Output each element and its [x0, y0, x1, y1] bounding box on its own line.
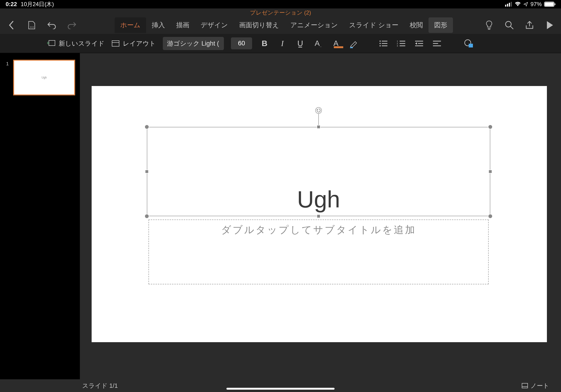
svg-rect-37 [522, 383, 528, 388]
shape-insert-button[interactable] [464, 38, 474, 49]
present-button[interactable] [545, 20, 555, 30]
cellular-icon [505, 2, 512, 7]
svg-point-21 [380, 45, 381, 46]
resize-handle-b[interactable] [317, 214, 320, 218]
tab-design[interactable]: デザイン [195, 17, 234, 33]
bullets-button[interactable] [378, 38, 389, 49]
undo-button[interactable] [46, 20, 57, 30]
svg-rect-12 [49, 40, 55, 46]
battery-icon [544, 2, 555, 7]
svg-line-11 [511, 27, 513, 29]
resize-handle-tl[interactable] [144, 125, 149, 129]
tab-review[interactable]: 校閲 [404, 17, 429, 33]
resize-handle-br[interactable] [488, 214, 493, 218]
document-title-bar: プレゼンテーション (2) [0, 9, 561, 16]
resize-handle-tr[interactable] [488, 125, 493, 129]
underline-button[interactable]: U [295, 38, 306, 49]
notes-button[interactable]: ノート [521, 382, 549, 390]
title-text-box[interactable]: Ugh [147, 127, 490, 216]
new-slide-button[interactable]: 新しいスライド [47, 39, 105, 48]
font-name-selector[interactable]: 游ゴシック Light ( [163, 37, 224, 50]
bold-button[interactable]: B [259, 38, 270, 49]
layout-button[interactable]: レイアウト [112, 39, 156, 48]
tab-home[interactable]: ホーム [115, 17, 146, 33]
location-icon [523, 2, 528, 7]
rotate-handle[interactable] [315, 107, 322, 114]
svg-rect-0 [505, 5, 506, 7]
svg-text:3: 3 [397, 45, 398, 47]
resize-handle-l[interactable] [145, 170, 149, 174]
tab-shapes[interactable]: 図形 [429, 17, 453, 33]
tab-draw[interactable]: 描画 [171, 17, 195, 33]
app-toolbar: ホーム 挿入 描画 デザイン 画面切り替え アニメーション スライド ショー 校… [0, 16, 561, 34]
svg-point-10 [506, 22, 511, 27]
tab-animations[interactable]: アニメーション [285, 17, 344, 33]
resize-handle-bl[interactable] [144, 214, 149, 218]
svg-point-9 [33, 27, 34, 28]
slide-canvas-area[interactable]: Ugh ダブルタップしてサブタイトルを追加 [80, 53, 561, 379]
new-slide-label: 新しいスライド [59, 39, 105, 48]
slide-thumbnail[interactable]: 1 Ugh [5, 60, 75, 95]
svg-rect-2 [509, 3, 510, 7]
file-menu-button[interactable] [26, 20, 37, 30]
share-button[interactable] [524, 20, 535, 30]
numbering-button[interactable]: 123 [396, 38, 407, 49]
tab-insert[interactable]: 挿入 [146, 17, 171, 33]
document-title[interactable]: プレゼンテーション (2) [250, 9, 311, 16]
font-color-button[interactable]: A [331, 38, 341, 49]
svg-point-17 [380, 40, 381, 42]
slide-thumb-index: 1 [6, 61, 9, 66]
strikethrough-button[interactable]: A.. [313, 38, 324, 49]
slide-thumb-preview[interactable]: Ugh [13, 60, 75, 95]
ipad-status-bar: 0:22 10月24日(木) 97% [0, 0, 561, 9]
back-button[interactable] [6, 20, 16, 30]
svg-rect-3 [511, 2, 512, 7]
resize-handle-r[interactable] [488, 170, 492, 174]
decrease-indent-button[interactable] [414, 38, 424, 49]
svg-rect-5 [545, 2, 554, 6]
tell-me-button[interactable] [484, 20, 494, 30]
slide-thumb-title: Ugh [42, 76, 47, 79]
status-time: 0:22 [6, 1, 17, 8]
rotate-connector [318, 114, 319, 125]
search-button[interactable] [504, 20, 515, 30]
home-indicator[interactable] [227, 388, 334, 390]
svg-point-7 [30, 27, 31, 28]
svg-point-19 [380, 43, 381, 44]
svg-point-8 [32, 27, 32, 28]
subtitle-text-box[interactable]: ダブルタップしてサブタイトルを追加 [149, 219, 489, 284]
notes-label: ノート [530, 382, 549, 390]
svg-rect-15 [112, 41, 119, 46]
status-date: 10月24日(木) [21, 0, 54, 8]
main-area: 1 Ugh Ugh ダブ [0, 53, 561, 379]
font-size-selector[interactable]: 60 [231, 37, 252, 49]
battery-percent: 97% [530, 1, 542, 8]
wifi-icon [515, 2, 521, 7]
slide-thumbnails-pane[interactable]: 1 Ugh [0, 53, 80, 379]
tab-transitions[interactable]: 画面切り替え [234, 17, 285, 33]
redo-button[interactable] [67, 20, 77, 30]
svg-text:1: 1 [397, 40, 398, 42]
svg-rect-6 [555, 3, 555, 5]
ribbon-tabs: ホーム 挿入 描画 デザイン 画面切り替え アニメーション スライド ショー 校… [115, 17, 453, 33]
italic-button[interactable]: I [277, 38, 288, 49]
svg-text:2: 2 [397, 42, 398, 45]
slide-counter: スライド 1/1 [82, 382, 118, 390]
status-bar-bottom: スライド 1/1 ノート [0, 379, 561, 392]
svg-rect-36 [469, 44, 473, 47]
resize-handle-t[interactable] [317, 125, 320, 129]
highlight-button[interactable] [348, 38, 359, 49]
align-button[interactable] [432, 38, 442, 49]
slide-title-text[interactable]: Ugh [147, 186, 490, 213]
svg-rect-1 [507, 4, 508, 7]
slide-canvas[interactable]: Ugh ダブルタップしてサブタイトルを追加 [92, 86, 547, 342]
subtitle-placeholder-text: ダブルタップしてサブタイトルを追加 [149, 223, 488, 236]
tab-slideshow[interactable]: スライド ショー [344, 17, 404, 33]
layout-label: レイアウト [123, 39, 156, 48]
home-ribbon: 新しいスライド レイアウト 游ゴシック Light ( 60 B I U A..… [0, 34, 561, 53]
